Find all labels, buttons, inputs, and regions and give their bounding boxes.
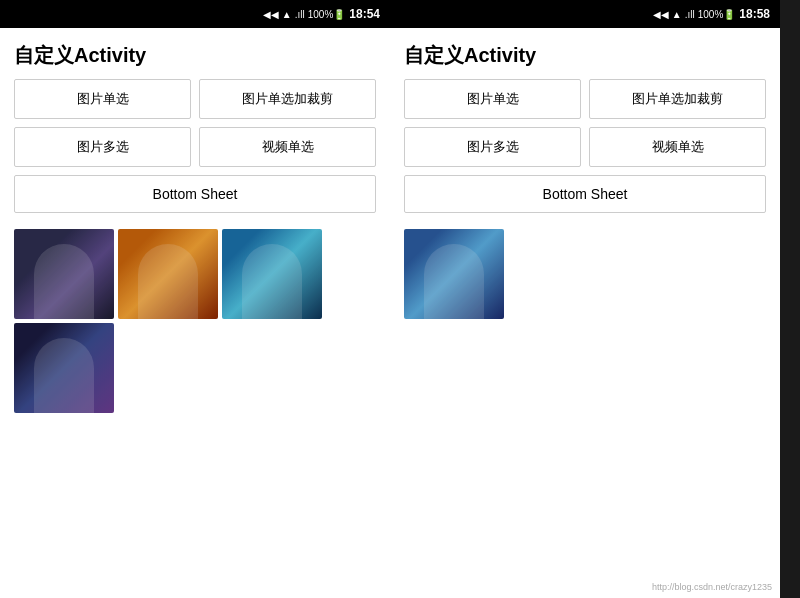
right-status-bar: ◀◀ ▲ .ıll 100%🔋 18:58 bbox=[390, 0, 780, 28]
right-signal-icon: ◀◀ bbox=[653, 9, 669, 20]
left-single-select-button[interactable]: 图片单选 bbox=[14, 79, 191, 119]
right-status-icons: ◀◀ ▲ .ıll 100%🔋 bbox=[653, 9, 735, 20]
left-image-2 bbox=[118, 229, 218, 319]
right-single-select-crop-button[interactable]: 图片单选加裁剪 bbox=[589, 79, 766, 119]
right-app-title: 自定义Activity bbox=[390, 28, 780, 79]
left-bottom-sheet-button[interactable]: Bottom Sheet bbox=[14, 175, 376, 213]
right-single-select-button[interactable]: 图片单选 bbox=[404, 79, 581, 119]
left-multi-select-button[interactable]: 图片多选 bbox=[14, 127, 191, 167]
left-image-1 bbox=[14, 229, 114, 319]
right-wifi-icon: ▲ bbox=[672, 9, 682, 20]
left-wifi-icon: ▲ bbox=[282, 9, 292, 20]
right-image-1 bbox=[404, 229, 504, 319]
left-video-select-button[interactable]: 视频单选 bbox=[199, 127, 376, 167]
right-signal-bars: .ıll bbox=[685, 9, 695, 20]
left-single-select-crop-button[interactable]: 图片单选加裁剪 bbox=[199, 79, 376, 119]
right-bottom-sheet-button[interactable]: Bottom Sheet bbox=[404, 175, 766, 213]
left-image-grid bbox=[0, 223, 390, 419]
right-time: 18:58 bbox=[739, 7, 770, 21]
left-image-3 bbox=[222, 229, 322, 319]
left-signal-bars: .ıll bbox=[295, 9, 305, 20]
right-image-grid bbox=[390, 223, 780, 325]
right-multi-select-button[interactable]: 图片多选 bbox=[404, 127, 581, 167]
left-app-title: 自定义Activity bbox=[0, 28, 390, 79]
left-time: 18:54 bbox=[349, 7, 380, 21]
left-status-icons: ◀◀ ▲ .ıll 100%🔋 bbox=[263, 9, 345, 20]
right-video-select-button[interactable]: 视频单选 bbox=[589, 127, 766, 167]
right-battery: 100%🔋 bbox=[698, 9, 736, 20]
left-image-4 bbox=[14, 323, 114, 413]
watermark: http://blog.csdn.net/crazy1235 bbox=[652, 582, 772, 592]
left-phone-panel: ◀◀ ▲ .ıll 100%🔋 18:54 自定义Activity 图片单选 图… bbox=[0, 0, 390, 598]
left-status-bar: ◀◀ ▲ .ıll 100%🔋 18:54 bbox=[0, 0, 390, 28]
left-signal-icon: ◀◀ bbox=[263, 9, 279, 20]
right-button-grid: 图片单选 图片单选加裁剪 图片多选 视频单选 bbox=[390, 79, 780, 175]
left-battery: 100%🔋 bbox=[308, 9, 346, 20]
left-button-grid: 图片单选 图片单选加裁剪 图片多选 视频单选 bbox=[0, 79, 390, 175]
right-phone-panel: ◀◀ ▲ .ıll 100%🔋 18:58 自定义Activity 图片单选 图… bbox=[390, 0, 780, 598]
